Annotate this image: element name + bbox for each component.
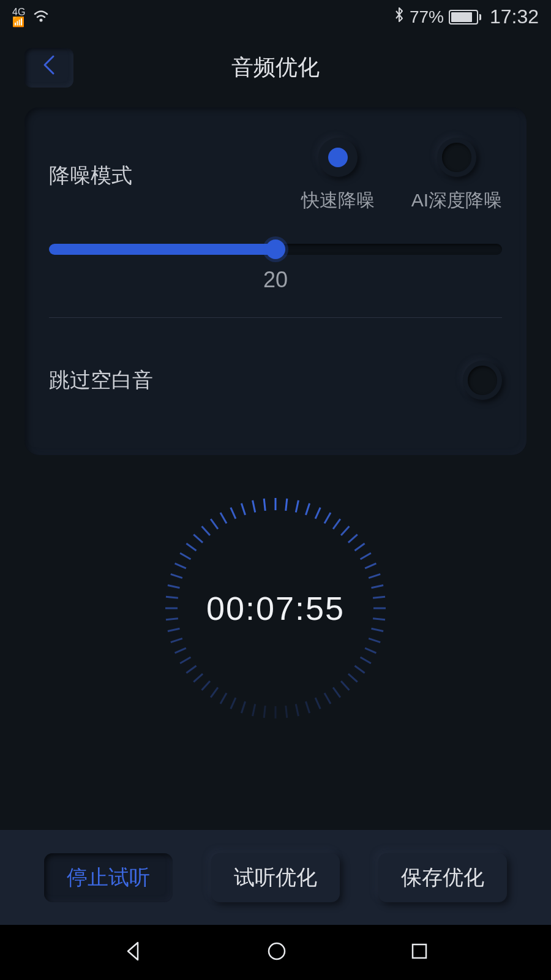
nav-home-icon[interactable] (266, 940, 288, 965)
nav-recent-icon[interactable] (410, 941, 429, 963)
svg-line-10 (361, 553, 371, 559)
noise-slider-container: 20 (49, 244, 502, 293)
svg-line-23 (341, 681, 349, 690)
status-bar: 4G📶 77% 17:32 (0, 0, 551, 34)
svg-line-19 (365, 648, 376, 653)
svg-line-43 (168, 628, 180, 631)
svg-line-7 (341, 526, 349, 535)
svg-line-24 (333, 687, 340, 697)
svg-line-47 (168, 586, 180, 588)
svg-line-17 (372, 628, 384, 631)
svg-line-46 (166, 597, 178, 598)
svg-line-41 (175, 648, 186, 653)
bluetooth-icon (394, 6, 405, 28)
svg-line-29 (286, 706, 287, 718)
svg-line-35 (220, 693, 227, 704)
svg-line-13 (372, 586, 384, 588)
svg-line-12 (369, 574, 380, 578)
dial-ticks-icon (153, 486, 398, 731)
svg-line-20 (361, 657, 371, 663)
svg-line-44 (166, 619, 178, 620)
svg-line-56 (231, 508, 236, 519)
radio-ai-label: AI深度降噪 (411, 188, 502, 213)
noise-mode-label: 降噪模式 (49, 162, 132, 190)
svg-line-49 (175, 564, 186, 568)
timer-dial: 00:07:55 (153, 486, 398, 731)
svg-line-2 (296, 500, 298, 513)
skip-silence-row: 跳过空白音 (49, 361, 502, 400)
svg-line-18 (369, 638, 380, 642)
nav-back-icon[interactable] (122, 940, 144, 965)
chevron-left-icon (41, 54, 57, 81)
svg-line-52 (193, 535, 203, 543)
svg-line-25 (324, 693, 331, 704)
header: 音频优化 (0, 34, 551, 101)
svg-line-51 (186, 543, 196, 551)
wifi-icon (32, 7, 50, 27)
svg-line-8 (348, 535, 358, 543)
svg-line-26 (315, 698, 320, 709)
svg-line-55 (220, 513, 227, 523)
status-left: 4G📶 (12, 7, 50, 27)
noise-mode-row: 降噪模式 快速降噪 AI深度降噪 (49, 138, 502, 213)
svg-line-32 (253, 704, 255, 717)
slider-value: 20 (49, 267, 502, 293)
svg-line-3 (305, 503, 309, 515)
svg-line-57 (241, 503, 245, 515)
radio-fast-denoise[interactable]: 快速降噪 (301, 138, 375, 213)
svg-line-5 (324, 513, 331, 523)
svg-line-28 (296, 704, 298, 717)
svg-line-33 (241, 701, 245, 713)
radio-dot-icon (328, 148, 348, 167)
svg-line-4 (315, 508, 320, 519)
svg-line-42 (171, 638, 182, 642)
battery-icon (449, 10, 481, 24)
divider (49, 317, 502, 318)
noise-mode-radio-group: 快速降噪 AI深度降噪 (301, 138, 502, 213)
skip-silence-toggle[interactable] (463, 361, 502, 400)
svg-line-58 (253, 500, 255, 513)
bottom-toolbar: 停止试听 试听优化 保存优化 (0, 830, 551, 925)
svg-line-27 (305, 701, 309, 713)
svg-line-31 (264, 706, 265, 718)
battery-percent: 77% (410, 7, 444, 27)
radio-circle-icon (437, 138, 476, 177)
svg-line-59 (264, 499, 265, 511)
svg-line-40 (180, 657, 190, 663)
svg-rect-61 (413, 944, 426, 958)
slider-fill (49, 244, 276, 255)
radio-circle-icon (318, 138, 358, 177)
page-title: 音频优化 (231, 53, 320, 83)
svg-line-16 (373, 619, 385, 620)
svg-point-60 (269, 943, 285, 959)
noise-slider[interactable] (49, 244, 502, 255)
svg-line-11 (365, 564, 376, 568)
timer-container: 00:07:55 (0, 486, 551, 731)
svg-line-21 (354, 666, 364, 673)
svg-line-38 (193, 674, 203, 682)
svg-line-50 (180, 553, 190, 559)
svg-line-36 (211, 687, 218, 697)
svg-line-48 (171, 574, 182, 578)
skip-silence-label: 跳过空白音 (49, 366, 153, 394)
system-nav-bar (0, 925, 551, 980)
svg-line-54 (211, 519, 218, 529)
svg-line-22 (348, 674, 358, 682)
radio-empty-icon (468, 366, 497, 395)
clock: 17:32 (490, 6, 539, 28)
settings-card: 降噪模式 快速降噪 AI深度降噪 20 跳过空白音 (24, 107, 527, 455)
save-button[interactable]: 保存优化 (378, 853, 507, 902)
svg-line-39 (186, 666, 196, 673)
slider-thumb-icon[interactable] (266, 239, 285, 259)
svg-line-14 (373, 597, 385, 598)
network-icon: 4G📶 (12, 7, 25, 27)
back-button[interactable] (24, 48, 73, 88)
svg-line-37 (202, 681, 210, 690)
radio-ai-denoise[interactable]: AI深度降噪 (411, 138, 502, 213)
radio-empty-icon (442, 143, 471, 172)
svg-line-34 (231, 698, 236, 709)
preview-button[interactable]: 试听优化 (211, 853, 340, 902)
stop-preview-button[interactable]: 停止试听 (44, 853, 173, 902)
svg-line-6 (333, 519, 340, 529)
status-right: 77% 17:32 (394, 6, 539, 28)
